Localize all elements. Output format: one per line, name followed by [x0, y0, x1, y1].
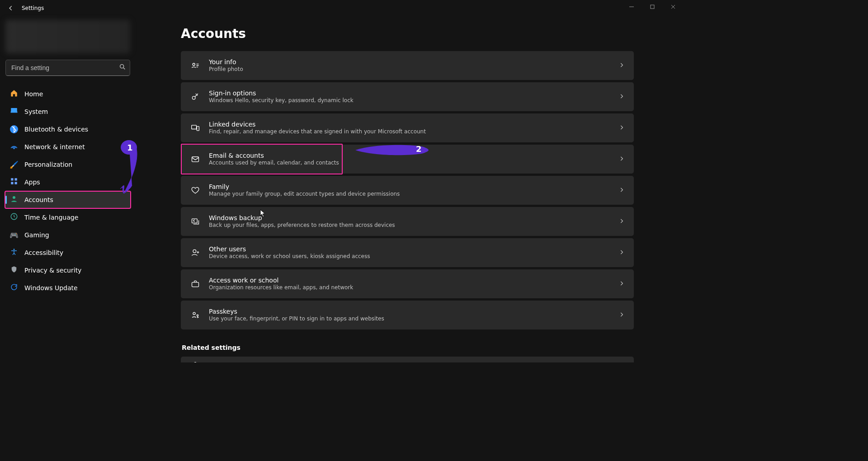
chevron-right-icon [618, 249, 625, 257]
nav-item-label: Windows Update [24, 284, 78, 292]
nav-item-update[interactable]: Windows Update [5, 280, 130, 296]
svg-rect-17 [192, 219, 198, 223]
titlebar: Settings [0, 0, 684, 16]
accessibility-icon [10, 249, 18, 257]
svg-point-4 [14, 148, 14, 149]
card-work[interactable]: Access work or school Organization resou… [181, 269, 634, 298]
related-settings-heading: Related settings [182, 344, 634, 351]
chevron-right-icon [618, 155, 625, 163]
card-title: Passkeys [209, 308, 384, 316]
svg-rect-6 [15, 178, 17, 180]
card-passkeys[interactable]: Passkeys Use your face, fingerprint, or … [181, 301, 634, 329]
accounts-icon [10, 196, 18, 204]
card-subtitle: Windows Hello, security key, password, d… [209, 97, 354, 104]
card-title: Family [209, 183, 400, 191]
card-account-privacy[interactable]: Account privacy [181, 357, 634, 362]
minimize-button[interactable] [621, 0, 642, 14]
card-subtitle: Find, repair, and manage devices that ar… [209, 128, 426, 135]
svg-point-21 [197, 315, 198, 316]
settings-cards: Your info Profile photo Sign-in options … [181, 51, 634, 329]
maximize-button[interactable] [642, 0, 663, 14]
svg-point-9 [13, 196, 15, 199]
nav-item-label: Accessibility [24, 249, 63, 256]
chevron-right-icon [618, 280, 625, 288]
card-subtitle: Back up your files, apps, preferences to… [209, 222, 395, 229]
update-icon [10, 284, 18, 292]
nav-item-system[interactable]: System [5, 103, 130, 120]
card-subtitle: Manage your family group, edit account t… [209, 191, 400, 198]
chevron-right-icon [618, 187, 625, 194]
nav-item-home[interactable]: Home [5, 86, 130, 102]
shield-icon [190, 360, 201, 362]
nav-item-personalization[interactable]: 🖌️ Personalization [5, 156, 130, 173]
chevron-right-icon [618, 62, 625, 70]
card-linked[interactable]: Linked devices Find, repair, and manage … [181, 113, 634, 142]
card-your-info[interactable]: Your info Profile photo [181, 51, 634, 80]
sidebar: Home System Bluetooth & devices Network … [0, 16, 136, 362]
window-controls [621, 0, 684, 16]
card-family[interactable]: Family Manage your family group, edit ac… [181, 176, 634, 205]
card-title: Email & accounts [209, 152, 339, 160]
privacy-icon [10, 266, 18, 274]
external-link-icon [618, 362, 625, 363]
card-title: Linked devices [209, 121, 426, 129]
card-email[interactable]: Email & accounts Accounts used by email,… [181, 145, 634, 174]
svg-point-20 [193, 312, 195, 315]
nav-item-gaming[interactable]: 🎮 Gaming [5, 227, 130, 243]
svg-rect-3 [11, 112, 17, 113]
card-other[interactable]: Other users Device access, work or schoo… [181, 238, 634, 267]
card-title: Sign-in options [209, 89, 354, 98]
key-icon [190, 91, 201, 102]
chevron-right-icon [618, 124, 625, 132]
search-box[interactable] [5, 60, 130, 76]
card-subtitle: Use your face, fingerprint, or PIN to si… [209, 315, 384, 322]
chevron-right-icon [618, 93, 625, 101]
nav-item-apps[interactable]: Apps [5, 174, 130, 190]
nav-item-label: Bluetooth & devices [24, 126, 88, 133]
chevron-right-icon [618, 218, 625, 226]
annotation-number-1: 1 [127, 143, 133, 152]
svg-rect-8 [15, 182, 17, 184]
apps-icon [10, 178, 18, 186]
nav-item-label: System [24, 108, 48, 115]
svg-rect-19 [192, 282, 199, 287]
user-card-icon [190, 60, 201, 71]
window-title: Settings [22, 5, 44, 11]
passkey-icon [190, 310, 201, 320]
svg-rect-0 [651, 5, 654, 9]
svg-rect-15 [197, 127, 199, 131]
card-backup[interactable]: Windows backup Back up your files, apps,… [181, 207, 634, 236]
svg-rect-16 [192, 157, 199, 162]
user-account-header[interactable] [5, 20, 130, 53]
nav-item-accounts[interactable]: Accounts [5, 192, 130, 208]
personalization-icon: 🖌️ [10, 160, 18, 169]
svg-point-11 [14, 249, 15, 250]
card-title: Other users [209, 245, 370, 254]
search-input[interactable] [10, 64, 115, 72]
nav-item-bluetooth[interactable]: Bluetooth & devices [5, 121, 130, 137]
bluetooth-icon [10, 125, 18, 133]
nav-item-label: Apps [24, 179, 40, 186]
card-subtitle: Accounts used by email, calendar, and co… [209, 160, 339, 166]
card-subtitle: Device access, work or school users, kio… [209, 253, 370, 260]
svg-rect-7 [11, 182, 13, 184]
card-signin[interactable]: Sign-in options Windows Hello, security … [181, 82, 634, 111]
nav-item-label: Accounts [24, 196, 53, 203]
svg-rect-5 [11, 178, 13, 180]
svg-point-12 [193, 63, 195, 66]
nav-item-label: Time & language [24, 214, 78, 221]
page-title: Accounts [181, 26, 634, 41]
nav-item-time[interactable]: Time & language [5, 209, 130, 226]
devices-icon [190, 122, 201, 133]
nav-item-label: Personalization [24, 161, 72, 168]
card-subtitle: Profile photo [209, 66, 243, 73]
nav-item-privacy[interactable]: Privacy & security [5, 262, 130, 278]
close-button[interactable] [663, 0, 684, 14]
briefcase-icon [190, 278, 201, 289]
nav-item-network[interactable]: Network & internet [5, 139, 130, 155]
nav-item-accessibility[interactable]: Accessibility [5, 245, 130, 261]
network-icon [10, 143, 18, 151]
mail-icon [190, 154, 201, 165]
back-button[interactable] [4, 1, 18, 15]
user-plus-icon [190, 247, 201, 258]
